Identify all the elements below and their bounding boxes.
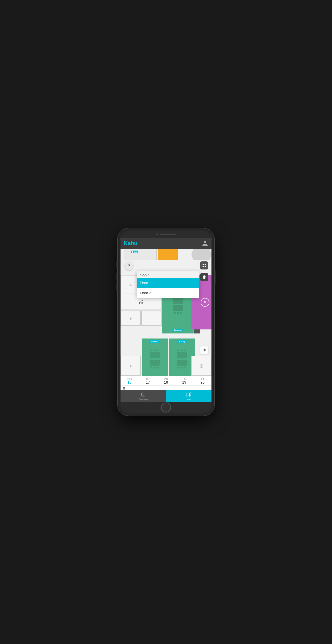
room-orange [158, 249, 178, 260]
room-projector: ⊞ [191, 356, 212, 376]
cal-day-name-mon: Mon [127, 378, 132, 380]
doc-icon: ▭ [150, 316, 154, 320]
svg-rect-3 [205, 266, 206, 267]
room-brick: Brick [124, 249, 157, 260]
table-icon-holiday [177, 349, 187, 369]
bottom-rooms: ⬧ Panther [120, 336, 212, 376]
cal-day-num-wed: 18 [164, 380, 168, 384]
cal-day-mon[interactable]: Mon 16 [120, 376, 139, 386]
v-divider-2 [141, 310, 142, 326]
diamond-icon-bl: ⬧ [129, 362, 132, 369]
burgundy-label: Burgundy [172, 329, 184, 332]
map-label: Map [186, 398, 191, 400]
home-area [120, 402, 212, 413]
room-holiday[interactable]: Holiday [169, 338, 195, 376]
holiday-label: Holiday [177, 340, 187, 343]
phone-frame: Kahu Brick ? [118, 228, 214, 416]
cal-day-name-thu: Thu [182, 378, 186, 380]
cal-day-name-tue: Tue [146, 378, 150, 380]
svg-rect-0 [202, 264, 204, 265]
calendar-days: Mon 16 Tue 17 Wed 18 Thu 19 [120, 376, 212, 386]
svg-point-7 [143, 395, 144, 395]
app-header: Kahu [120, 238, 212, 249]
room-diamond-bl: ⬧ [120, 356, 141, 376]
diamond-icon-l: ⬧ [129, 315, 132, 322]
panther-label: Panther [150, 340, 160, 343]
room-diamond-l: ⬧ [120, 310, 141, 326]
grid-icon [202, 263, 206, 268]
cal-day-num-tue: 17 [146, 380, 150, 384]
hex-shape [191, 249, 212, 260]
cal-day-name-fri: Fri [201, 378, 204, 380]
svg-rect-1 [205, 264, 206, 265]
map-icon [186, 392, 191, 398]
layer-button[interactable] [200, 273, 208, 281]
phone-screen: Kahu Brick ? [120, 231, 212, 413]
floor-dropdown-header: FLOOR [136, 271, 200, 278]
printer-icon: 🖨 [138, 299, 144, 305]
cal-day-num-fri: 20 [200, 380, 204, 384]
layers-icon [202, 275, 206, 279]
bookings-tab[interactable]: Bookings [120, 390, 166, 402]
calendar-icons-row: ⊞ [120, 386, 212, 390]
floor-dropdown: FLOOR Floor 1 Floor 2 [136, 271, 200, 298]
home-button[interactable] [161, 402, 171, 412]
camera-dot [156, 234, 158, 235]
booking-icon: ⊞ [123, 386, 127, 390]
grid-button[interactable] [200, 262, 208, 270]
speaker-grille [160, 234, 176, 235]
cal-day-name-wed: Wed [164, 378, 168, 380]
cal-day-num-thu: 19 [182, 380, 186, 384]
svg-rect-2 [202, 266, 204, 267]
cal-day-num-mon: 16 [128, 380, 132, 384]
room-panther[interactable]: Panther [142, 338, 168, 376]
projector-icon: ⊞ [199, 363, 204, 369]
brick-label: Brick [131, 250, 138, 253]
question-button[interactable]: ? [124, 262, 134, 270]
map-area: Brick ? [120, 249, 212, 376]
map-tab[interactable]: Map [166, 390, 212, 402]
desk-icon-tl: ⊡ [128, 281, 132, 287]
locate-icon [202, 348, 206, 352]
elevator-button[interactable]: ⇅ [200, 298, 210, 307]
floor-plan: Brick ? [120, 249, 212, 376]
elevator-arrows-icon: ⇅ [204, 301, 206, 304]
cal-day-fri[interactable]: Fri 20 [193, 376, 212, 386]
app-container: Kahu Brick ? [120, 238, 212, 402]
cal-day-tue[interactable]: Tue 17 [139, 376, 157, 386]
user-icon[interactable] [202, 240, 208, 246]
bottom-nav: Bookings Map [120, 390, 212, 402]
cal-day-thu[interactable]: Thu 19 [175, 376, 194, 386]
calendar-strip: Mon 16 Tue 17 Wed 18 Thu 19 [120, 376, 212, 390]
cal-day-wed[interactable]: Wed 18 [157, 376, 175, 386]
h-divider-main [120, 326, 212, 326]
floor-option-2[interactable]: Floor 2 [136, 288, 200, 298]
bookings-icon [141, 392, 146, 398]
svg-point-4 [204, 349, 205, 350]
status-bar [120, 231, 212, 238]
table-icon-panther [150, 349, 160, 369]
floor-option-1[interactable]: Floor 1 [136, 278, 200, 288]
app-logo: Kahu [124, 240, 138, 246]
locate-button[interactable] [200, 346, 208, 354]
room-doc: ▭ [142, 310, 162, 326]
svg-marker-8 [187, 392, 191, 396]
svg-rect-5 [203, 349, 206, 351]
bookings-label: Bookings [139, 398, 148, 400]
